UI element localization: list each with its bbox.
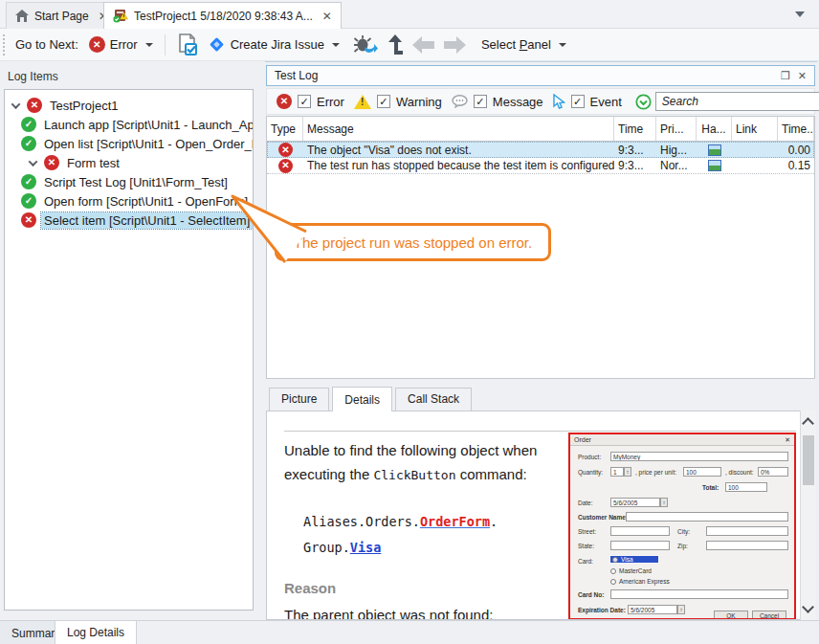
chevron-down-icon[interactable] (145, 43, 153, 47)
maximize-icon[interactable]: ❒ (781, 70, 790, 82)
filter-message[interactable]: ✓ Message (452, 95, 543, 109)
ok-button: OK (714, 611, 748, 620)
home-icon (15, 10, 29, 22)
select-panel-label: Select Panel (481, 37, 551, 52)
filter-error[interactable]: ✕ ✓ Error (277, 94, 344, 109)
annotation-text: The project run was stopped on error. (294, 234, 532, 251)
street-label: Street: (578, 528, 596, 535)
filter-event[interactable]: ✓ Event (553, 94, 622, 109)
tab-label: TestProject1 5/18/2020 9:38:43 A... (134, 10, 313, 23)
tree-item-form-test[interactable]: ✕ Form test (5, 153, 253, 172)
tab-picture[interactable]: Picture (269, 388, 329, 411)
date-stepper: ↕ (660, 498, 668, 507)
tree-item-script-test-log[interactable]: ✓ Script Test Log [Unit1\Form_Test] (5, 172, 253, 191)
log-items-panel: Log Items ✕ TestProject1 ✓ Launch app [S… (0, 65, 259, 620)
chevron-down-icon[interactable] (559, 43, 566, 47)
picture-icon[interactable] (708, 160, 721, 171)
price-label: , price per unit: (635, 469, 676, 476)
chevron-down-icon[interactable] (11, 100, 21, 109)
warning-checkbox[interactable]: ✓ (377, 95, 390, 108)
col-type[interactable]: Type (267, 117, 303, 141)
warning-icon (354, 95, 371, 109)
state-field (610, 541, 670, 550)
date-value: 5/6/2005 (610, 498, 660, 507)
search-input[interactable] (655, 92, 819, 111)
log-row-visa-error[interactable]: ✕ The object "Visa" does not exist. 9:3.… (267, 142, 814, 158)
toolbar-grip[interactable] (3, 34, 8, 56)
visa-link[interactable]: Visa (350, 540, 382, 555)
col-has-picture[interactable]: Ha... (697, 117, 732, 141)
col-priority[interactable]: Pri... (656, 117, 697, 141)
tree-item-select-item[interactable]: ✕ Select item [Script\Unit1 - SelectItem… (5, 211, 253, 230)
chevron-down-icon[interactable] (332, 43, 340, 47)
tab-log-details[interactable]: Log Details (55, 621, 137, 644)
filter-warning[interactable]: ✓ Warning (354, 95, 442, 109)
message-checkbox[interactable]: ✓ (474, 95, 487, 108)
details-scrollbar[interactable] (800, 411, 816, 620)
close-icon: ✕ (785, 436, 790, 444)
filter-error-label: Error (317, 95, 344, 109)
row-time-diff: 0.15 (778, 158, 814, 173)
col-time-diff[interactable]: Time... (778, 117, 814, 141)
annotation-callout: The project run was stopped on error. (275, 223, 551, 261)
tree-item-launch-app[interactable]: ✓ Launch app [Script\Unit1 - Launch_App] (5, 115, 253, 134)
go-to-next-error-button[interactable]: ✕ Error (84, 33, 158, 56)
error-button-label: Error (110, 37, 138, 52)
event-checkbox[interactable]: ✓ (571, 95, 585, 108)
row-time: 9:3... (614, 142, 656, 158)
scroll-up-icon[interactable] (802, 417, 814, 430)
tree-item-open-form[interactable]: ✓ Open form [Script\Unit1 - OpenForm] (5, 191, 253, 211)
close-icon[interactable]: ✕ (798, 70, 807, 82)
row-priority: Nor... (656, 158, 697, 173)
event-cursor-icon (553, 94, 565, 109)
row-link (732, 142, 778, 158)
tree-item-open-list[interactable]: ✓ Open list [Script\Unit1 - Open_Order_L… (5, 134, 253, 153)
orderform-link[interactable]: OrderForm (420, 514, 490, 529)
error-checkbox[interactable]: ✓ (298, 95, 311, 108)
row-message: The test run has stopped because the tes… (303, 158, 614, 173)
filter-message-label: Message (493, 95, 543, 109)
chevron-down-icon[interactable] (29, 157, 38, 167)
error-icon: ✕ (89, 36, 105, 53)
test-log-caption[interactable]: Test Log ❒ ✕ (266, 65, 815, 86)
col-message[interactable]: Message (303, 117, 614, 141)
discount-value: 0% (758, 467, 788, 477)
select-panel-button[interactable]: Select Panel (476, 34, 571, 55)
error-icon: ✕ (27, 98, 42, 113)
details-divider (284, 431, 796, 432)
close-icon[interactable]: ✕ (322, 10, 332, 23)
back-button[interactable] (408, 33, 439, 56)
tab-start-page[interactable]: Start Page ✕ (6, 2, 118, 29)
create-report-button[interactable] (172, 31, 203, 59)
go-up-button[interactable] (383, 32, 408, 57)
scroll-down-icon[interactable] (802, 601, 814, 613)
clickbutton-code: ClickButton (373, 468, 455, 482)
search-scope-icon[interactable] (635, 94, 652, 110)
filter-event-label: Event (590, 95, 622, 109)
document-tabbar: Start Page ✕ TestProject1 5/18/2020 9:38… (0, 0, 819, 29)
mastercard-radio: MasterCard (610, 567, 652, 574)
expiration-date-value: 5/6/2005 (628, 605, 677, 614)
date-label: Date: (578, 500, 593, 506)
card-no-field (610, 589, 788, 599)
forward-button[interactable] (439, 33, 471, 56)
tab-test-log[interactable]: TestProject1 5/18/2020 9:38:43 A... ✕ (103, 2, 342, 29)
error-icon: ✕ (277, 94, 292, 109)
tab-details[interactable]: Details (332, 387, 392, 411)
city-field (706, 526, 788, 536)
tab-list-chevron-down-icon[interactable] (794, 10, 806, 19)
annotation-callout-tail (228, 189, 314, 266)
scrollbar-thumb[interactable] (803, 435, 814, 485)
tab-call-stack[interactable]: Call Stack (395, 388, 472, 411)
price-value: 100 (683, 467, 721, 477)
run-from-item-button[interactable] (348, 32, 383, 58)
log-row-stopped-error[interactable]: ✕ The test run has stopped because the t… (267, 158, 814, 174)
create-jira-issue-button[interactable]: Create Jira Issue (203, 33, 344, 56)
create-jira-label: Create Jira Issue (231, 37, 324, 52)
zip-label: Zip: (677, 543, 688, 549)
col-link[interactable]: Link (732, 117, 778, 141)
tree-item-testproject1[interactable]: ✕ TestProject1 (5, 96, 253, 115)
col-time[interactable]: Time (614, 117, 656, 141)
picture-icon[interactable] (708, 144, 721, 156)
log-items-title: Log Items (0, 65, 259, 87)
